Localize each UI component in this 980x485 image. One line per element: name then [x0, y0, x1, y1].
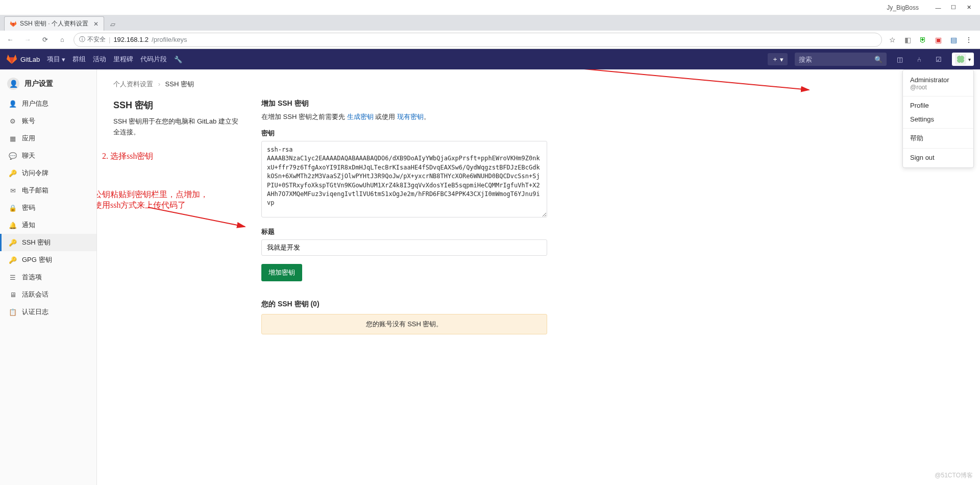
nav-back-button[interactable]: ← [4, 34, 16, 46]
ext-icon-2[interactable]: ▣ [933, 35, 943, 45]
gitlab-topnav: GitLab 项目 ▾ 群组 活动 里程碑 代码片段 🔧 ＋ ▾ 🔍 ◫ ⑃ ☑… [0, 49, 980, 69]
window-minimize-button[interactable]: — [931, 2, 945, 13]
window-maximize-button[interactable]: ☐ [946, 2, 961, 13]
sidebar-item-icon: 🔑 [9, 239, 17, 247]
user-menu-profile[interactable]: Profile [903, 99, 973, 112]
nav-groups[interactable]: 群组 [72, 55, 86, 64]
add-key-button[interactable]: 增加密钥 [261, 264, 302, 281]
merge-requests-icon[interactable]: ⑃ [913, 56, 925, 63]
sidebar-item-label: SSH 密钥 [22, 238, 51, 247]
sidebar-item-icon: ☰ [9, 274, 17, 281]
section-desc: SSH 密钥用于在您的电脑和 GitLab 建立安全连接。 [113, 116, 241, 138]
nav-home-button[interactable]: ⌂ [56, 34, 68, 46]
window-close-button[interactable]: ✕ [962, 2, 976, 13]
nav-reload-button[interactable]: ⟳ [39, 34, 51, 46]
sidebar-item-2[interactable]: ▦应用 [0, 130, 96, 147]
sidebar-item-3[interactable]: 💬聊天 [0, 147, 96, 164]
sidebar-item-label: 聊天 [22, 151, 35, 160]
sidebar-item-label: 应用 [22, 134, 35, 143]
nav-search-input[interactable] [799, 56, 871, 63]
sidebar-item-label: 认证日志 [22, 307, 48, 317]
sidebar-item-label: 通知 [22, 221, 35, 230]
browser-tab-strip: SSH 密钥 · 个人资料设置 ✕ ▱ [0, 15, 980, 31]
star-icon[interactable]: ☆ [887, 35, 897, 45]
main-content: 个人资料设置 › SSH 密钥 SSH 密钥 SSH 密钥用于在您的电脑和 Gi… [97, 69, 980, 485]
generate-key-link[interactable]: 生成密钥 [347, 113, 374, 120]
user-menu-dropdown: Administrator @root Profile Settings 帮助 … [902, 69, 974, 168]
sidebar-item-icon: 🔒 [9, 204, 17, 212]
new-tab-button[interactable]: ▱ [106, 17, 119, 31]
user-avatar-dropdown[interactable]: ▾ [952, 53, 974, 66]
user-menu-settings[interactable]: Settings [903, 112, 973, 126]
nav-admin-wrench-icon[interactable]: 🔧 [174, 56, 182, 63]
empty-keys-notice: 您的账号没有 SSH 密钥。 [261, 314, 547, 334]
avatar-icon: 👤 [7, 78, 19, 90]
url-host: 192.168.1.2 [113, 36, 149, 43]
sidebar-item-icon: 💬 [9, 152, 17, 160]
sidebar-item-icon: ▦ [9, 135, 17, 142]
sidebar-item-12[interactable]: 📋认证日志 [0, 303, 96, 321]
section-title: SSH 密钥 [113, 99, 241, 111]
sidebar-item-10[interactable]: ☰首选项 [0, 269, 96, 286]
settings-sidebar: 👤 用户设置 👤用户信息⚙账号▦应用💬聊天🔑访问令牌✉电子邮箱🔒密码🔔通知🔑SS… [0, 69, 97, 485]
breadcrumb: 个人资料设置 › SSH 密钥 [113, 80, 964, 89]
tab-close-icon[interactable]: ✕ [93, 20, 99, 28]
sidebar-item-6[interactable]: 🔒密码 [0, 199, 96, 216]
sidebar-item-1[interactable]: ⚙账号 [0, 112, 96, 130]
chevron-down-icon: ▾ [968, 57, 971, 62]
avatar-icon [955, 54, 966, 65]
sidebar-header: 👤 用户设置 [0, 72, 96, 95]
nav-new-dropdown[interactable]: ＋ ▾ [768, 53, 788, 65]
sidebar-item-label: 密码 [22, 203, 35, 212]
sidebar-item-8[interactable]: 🔑SSH 密钥 [0, 234, 96, 251]
nav-forward-button[interactable]: → [21, 34, 34, 46]
nav-milestones[interactable]: 里程碑 [113, 55, 133, 64]
existing-key-link[interactable]: 现有密钥 [397, 113, 424, 120]
nav-snippets[interactable]: 代码片段 [140, 55, 167, 64]
ssh-key-textarea[interactable] [261, 141, 547, 217]
user-menu-signout[interactable]: Sign out [903, 151, 973, 164]
sidebar-item-icon: 🔑 [9, 169, 17, 177]
insecure-icon: ⓘ 不安全 [79, 35, 106, 44]
sidebar-item-label: 活跃会话 [22, 290, 48, 299]
browser-address-bar: ← → ⟳ ⌂ ⓘ 不安全 | 192.168.1.2/profile/keys… [0, 31, 980, 49]
sidebar-item-5[interactable]: ✉电子邮箱 [0, 182, 96, 199]
sidebar-item-11[interactable]: 🖥活跃会话 [0, 286, 96, 303]
adblock-icon[interactable]: ⛨ [918, 35, 928, 45]
sidebar-item-label: 电子邮箱 [22, 186, 48, 195]
sidebar-item-0[interactable]: 👤用户信息 [0, 95, 96, 112]
search-icon: 🔍 [874, 56, 883, 63]
add-key-heading: 增加 SSH 密钥 [261, 99, 547, 108]
ext-icon-1[interactable]: ◧ [902, 35, 913, 45]
chevron-down-icon: ▾ [62, 56, 65, 63]
address-field[interactable]: ⓘ 不安全 | 192.168.1.2/profile/keys [74, 33, 882, 47]
sidebar-item-9[interactable]: 🔑GPG 密钥 [0, 251, 96, 269]
sidebar-item-7[interactable]: 🔔通知 [0, 216, 96, 234]
nav-activity[interactable]: 活动 [93, 55, 106, 64]
issues-icon[interactable]: ◫ [894, 56, 906, 63]
browser-menu-icon[interactable]: ⋮ [964, 35, 974, 45]
tab-title: SSH 密钥 · 个人资料设置 [20, 19, 88, 28]
nav-projects[interactable]: 项目 ▾ [47, 55, 65, 64]
breadcrumb-root[interactable]: 个人资料设置 [113, 80, 153, 88]
browser-tab[interactable]: SSH 密钥 · 个人资料设置 ✕ [4, 16, 104, 31]
sidebar-item-4[interactable]: 🔑访问令牌 [0, 164, 96, 182]
section-description: SSH 密钥 SSH 密钥用于在您的电脑和 GitLab 建立安全连接。 [113, 99, 241, 334]
gitlab-logo[interactable]: GitLab [6, 54, 40, 65]
ext-icon-3[interactable]: ▤ [948, 35, 959, 45]
chevron-down-icon: ▾ [780, 56, 783, 63]
ssh-key-title-input[interactable] [261, 239, 547, 256]
sidebar-item-label: 访问令牌 [22, 168, 48, 178]
your-keys-heading: 您的 SSH 密钥 (0) [261, 300, 547, 309]
todos-icon[interactable]: ☑ [933, 56, 945, 63]
sidebar-item-icon: 📋 [9, 308, 17, 316]
watermark: @51CTO博客 [935, 471, 973, 480]
os-username: Jy_BigBoss [887, 4, 919, 11]
gitlab-favicon-icon [10, 20, 17, 28]
key-field-label: 密钥 [261, 129, 547, 138]
nav-search[interactable]: 🔍 [795, 53, 887, 66]
user-menu-help[interactable]: 帮助 [903, 131, 973, 146]
sidebar-item-icon: ⚙ [9, 117, 17, 125]
sidebar-item-icon: ✉ [9, 187, 17, 195]
sidebar-item-label: 用户信息 [22, 99, 48, 108]
